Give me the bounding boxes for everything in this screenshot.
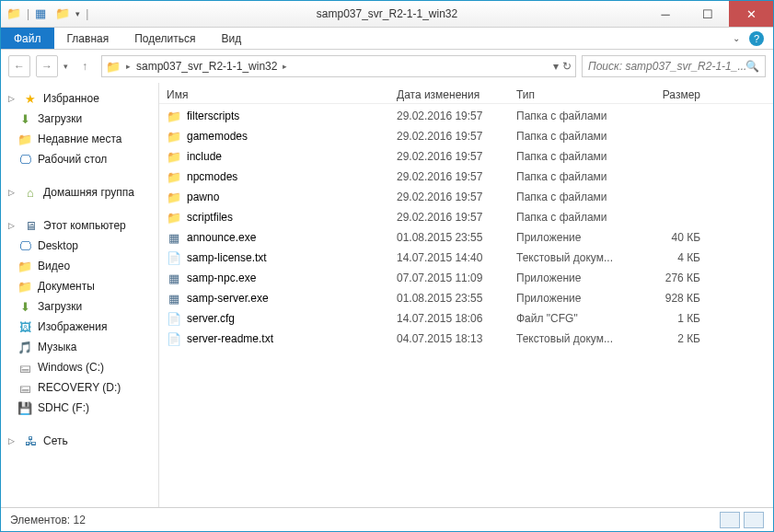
new-folder-icon[interactable]: 📁	[55, 6, 70, 21]
file-row[interactable]: 📁scriptfiles29.02.2016 19:57Папка с файл…	[159, 207, 773, 227]
favorites-item[interactable]: 🖵Рабочий стол	[1, 149, 158, 169]
file-date: 29.02.2016 19:57	[397, 130, 516, 143]
chevron-right-icon[interactable]: ▷	[8, 94, 17, 103]
file-row[interactable]: 📁npcmodes29.02.2016 19:57Папка с файлами	[159, 167, 773, 187]
sidebar-homegroup: ▷ ⌂ Домашняя группа	[1, 182, 158, 202]
status-label: Элементов:	[10, 514, 70, 526]
computer-item[interactable]: 🎵Музыка	[1, 337, 158, 357]
file-name: scriptfiles	[187, 211, 233, 224]
sidebar-computer-label: Этот компьютер	[43, 219, 126, 232]
sidebar-item-label: Рабочий стол	[38, 153, 107, 166]
file-row[interactable]: ▦samp-npc.exe07.07.2015 11:09Приложение2…	[159, 268, 773, 288]
address-dropdown-icon[interactable]: ▾	[553, 60, 559, 73]
explorer-window: 📁 | ▦ 📁 ▾ | samp037_svr_R2-1-1_win32 ─ ☐…	[0, 0, 774, 532]
col-type[interactable]: Тип	[516, 88, 636, 101]
folder-icon: 📁	[167, 129, 181, 144]
tab-home[interactable]: Главная	[54, 28, 122, 49]
download-icon: ⬇	[17, 111, 32, 126]
sidebar-head-network[interactable]: ▷ 🖧 Сеть	[1, 431, 158, 451]
col-date[interactable]: Дата изменения	[397, 88, 516, 101]
file-row[interactable]: 📁pawno29.02.2016 19:57Папка с файлами	[159, 187, 773, 207]
computer-item[interactable]: 🖴RECOVERY (D:)	[1, 377, 158, 398]
file-name: server.cfg	[187, 312, 235, 325]
file-type: Текстовый докум...	[516, 332, 636, 345]
sidebar-head-homegroup[interactable]: ▷ ⌂ Домашняя группа	[1, 182, 158, 202]
file-type: Файл "CFG"	[516, 312, 636, 325]
view-details-button[interactable]	[720, 512, 740, 528]
file-date: 29.02.2016 19:57	[397, 211, 516, 224]
computer-item[interactable]: ⬇Загрузки	[1, 296, 158, 317]
file-row[interactable]: 📄server-readme.txt04.07.2015 18:13Тексто…	[159, 329, 773, 349]
recent-dropdown-icon[interactable]: ▾	[64, 62, 68, 71]
file-row[interactable]: 📁filterscripts29.02.2016 19:57Папка с фа…	[159, 106, 773, 126]
computer-item[interactable]: 📁Видео	[1, 256, 158, 276]
sidebar-head-computer[interactable]: ▷ 🖥 Этот компьютер	[1, 215, 158, 236]
maximize-button[interactable]: ☐	[687, 1, 729, 27]
col-size[interactable]: Размер	[636, 88, 700, 101]
file-name: gamemodes	[187, 130, 248, 143]
file-row[interactable]: 📄samp-license.txt14.07.2015 14:40Текстов…	[159, 248, 773, 268]
file-row[interactable]: ▦announce.exe01.08.2015 23:55Приложение4…	[159, 227, 773, 248]
view-large-button[interactable]	[744, 512, 764, 528]
qat-separator: |	[27, 7, 29, 20]
favorites-item[interactable]: ⬇Загрузки	[1, 109, 158, 129]
breadcrumb-folder[interactable]: samp037_svr_R2-1-1_win32	[136, 60, 277, 73]
txt-icon: 📄	[167, 331, 181, 346]
breadcrumb-sep-icon[interactable]: ▸	[126, 62, 131, 71]
file-row[interactable]: 📁gamemodes29.02.2016 19:57Папка с файлам…	[159, 126, 773, 146]
file-row[interactable]: ▦samp-server.exe01.08.2015 23:55Приложен…	[159, 288, 773, 308]
up-button[interactable]: ↑	[74, 55, 96, 77]
computer-item[interactable]: 🖴Windows (C:)	[1, 357, 158, 377]
file-date: 14.07.2015 14:40	[397, 251, 516, 264]
sidebar-homegroup-label: Домашняя группа	[43, 186, 134, 199]
file-date: 01.08.2015 23:55	[397, 292, 516, 305]
breadcrumb-sep-icon[interactable]: ▸	[283, 62, 287, 71]
file-row[interactable]: 📄server.cfg14.07.2015 18:06Файл "CFG"1 К…	[159, 308, 773, 329]
computer-item[interactable]: 💾SDHC (F:)	[1, 398, 158, 418]
folder-icon: 📁	[17, 279, 32, 294]
search-box[interactable]: 🔍	[582, 55, 766, 77]
sidebar-item-label: Desktop	[38, 239, 78, 252]
window-title: samp037_svr_R2-1-1_win32	[317, 7, 457, 20]
computer-icon: 🖥	[23, 218, 38, 233]
refresh-icon[interactable]: ↻	[562, 60, 572, 73]
search-icon[interactable]: 🔍	[745, 60, 759, 73]
address-bar[interactable]: 📁 ▸ samp037_svr_R2-1-1_win32 ▸ ▾ ↻	[101, 55, 576, 77]
properties-icon[interactable]: ▦	[35, 6, 50, 21]
search-input[interactable]	[588, 60, 745, 73]
computer-item[interactable]: 🖼Изображения	[1, 317, 158, 337]
help-icon[interactable]: ?	[749, 31, 764, 46]
favorites-item[interactable]: 📁Недавние места	[1, 129, 158, 149]
file-type: Приложение	[516, 292, 636, 305]
sd-icon: 💾	[17, 400, 32, 415]
file-date: 04.07.2015 18:13	[397, 332, 516, 345]
tab-view[interactable]: Вид	[208, 28, 254, 49]
sidebar-network-label: Сеть	[43, 434, 68, 447]
folder-icon: 📁	[17, 259, 32, 273]
file-name: announce.exe	[187, 231, 256, 244]
col-name[interactable]: Имя	[167, 88, 397, 101]
chevron-right-icon[interactable]: ▷	[8, 188, 17, 197]
sidebar-head-favorites[interactable]: ▷ ★ Избранное	[1, 88, 158, 109]
file-row[interactable]: 📁include29.02.2016 19:57Папка с файлами	[159, 146, 773, 167]
chevron-right-icon[interactable]: ▷	[8, 436, 17, 445]
ribbon-help: ⌄ ?	[733, 28, 773, 49]
tab-file[interactable]: Файл	[1, 28, 54, 49]
tab-share[interactable]: Поделиться	[121, 28, 208, 49]
computer-item[interactable]: 🖵Desktop	[1, 236, 158, 256]
qat-dropdown-icon[interactable]: ▾	[75, 9, 80, 18]
ribbon-expand-icon[interactable]: ⌄	[733, 33, 740, 43]
back-button[interactable]: ←	[8, 55, 30, 77]
forward-button[interactable]: →	[36, 55, 58, 77]
drive-icon: 🖴	[17, 380, 32, 395]
view-buttons	[720, 512, 764, 528]
minimize-button[interactable]: ─	[644, 1, 687, 27]
sidebar-favorites: ▷ ★ Избранное ⬇Загрузки📁Недавние места🖵Р…	[1, 88, 158, 169]
file-name: filterscripts	[187, 110, 239, 122]
close-button[interactable]: ✕	[729, 1, 773, 27]
drive-icon: 🖴	[17, 360, 32, 375]
file-date: 29.02.2016 19:57	[397, 150, 516, 163]
chevron-right-icon[interactable]: ▷	[8, 221, 17, 230]
desktop-icon: 🖵	[17, 238, 32, 253]
computer-item[interactable]: 📁Документы	[1, 276, 158, 296]
